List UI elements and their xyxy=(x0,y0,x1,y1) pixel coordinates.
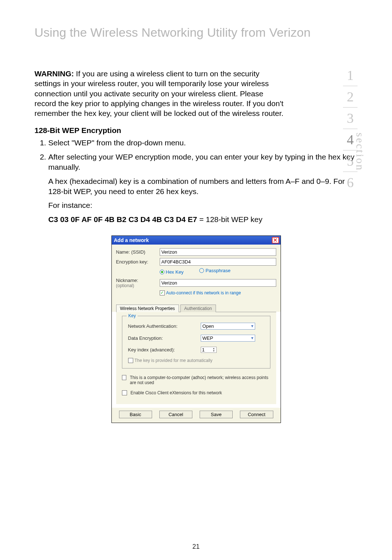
tab-properties[interactable]: Wireless Network Properties xyxy=(116,305,179,312)
spinner-up-icon[interactable]: ▲ xyxy=(213,347,215,350)
key-index-label: Key index (advanced): xyxy=(128,347,201,352)
spinner-down-icon[interactable]: ▼ xyxy=(213,350,215,352)
close-icon[interactable]: ✕ xyxy=(272,237,279,243)
nav-1: 1 xyxy=(334,65,367,85)
passphrase-radio[interactable]: Passphrase xyxy=(199,268,230,273)
save-button[interactable]: Save xyxy=(200,411,233,418)
data-encryption-select[interactable]: WEP▾ xyxy=(201,335,255,342)
nickname-label: Nickname: xyxy=(116,278,160,283)
cisco-extensions-checkbox[interactable]: Enable Cisco Client eXtensions for this … xyxy=(122,390,270,395)
nickname-optional: (optional) xyxy=(116,283,160,288)
step-2: After selecting your WEP encryption mode… xyxy=(48,152,358,225)
adhoc-checkbox[interactable]: This is a computer-to-computer (adhoc) n… xyxy=(122,375,270,385)
ssid-label: Name: (SSID) xyxy=(116,249,160,255)
nav-3: 3 xyxy=(334,108,367,128)
cancel-button[interactable]: Cancel xyxy=(159,411,192,418)
add-network-dialog: Add a network ✕ Name: (SSID) Verizon Enc… xyxy=(111,235,281,423)
ssid-input[interactable]: Verizon xyxy=(160,248,276,256)
dialog-title: Add a network xyxy=(114,237,149,243)
encryption-key-input[interactable]: AF0F4BC3D4 xyxy=(160,258,276,266)
nav-2: 2 xyxy=(334,87,367,106)
encryption-key-label: Encryption key: xyxy=(116,259,160,265)
section-nav: 1 2 3 4 5 6 section xyxy=(334,65,367,192)
warning-paragraph: WARNING: If you are using a wireless cli… xyxy=(34,69,285,118)
data-encryption-label: Data Encryption: xyxy=(128,335,201,341)
wep-key-example: C3 03 0F AF 0F 4B B2 C3 D4 4B C3 D4 E7 xyxy=(48,215,197,223)
dialog-title-bar: Add a network ✕ xyxy=(112,236,281,245)
connect-button[interactable]: Connect xyxy=(240,411,273,418)
auto-key-checkbox: The key is provided for me automatically xyxy=(128,358,264,363)
chevron-down-icon: ▾ xyxy=(251,335,253,341)
auto-connect-checkbox[interactable]: Auto-connect if this network is in range xyxy=(116,290,276,295)
section-label: section xyxy=(354,133,366,171)
page-number: 21 xyxy=(0,543,392,551)
key-legend: Key xyxy=(127,313,138,318)
section-heading: 128-Bit WEP Encryption xyxy=(34,126,358,135)
hex-key-radio[interactable]: Hex Key xyxy=(160,269,184,275)
key-index-spinner[interactable]: 1 ▲▼ xyxy=(201,347,217,353)
basic-button[interactable]: Basic xyxy=(119,411,152,418)
step-1: Select "WEP" from the drop-down menu. xyxy=(48,138,358,148)
tab-authentication[interactable]: Authentication xyxy=(180,305,216,312)
network-auth-label: Network Authentication: xyxy=(128,323,201,329)
warning-label: WARNING: xyxy=(34,69,74,78)
wep-key-suffix: = 128-bit WEP key xyxy=(197,215,262,223)
page-title: Using the Wireless Networking Utility fr… xyxy=(34,25,358,40)
nickname-input[interactable]: Verizon xyxy=(160,279,276,287)
nav-6: 6 xyxy=(334,173,367,192)
chevron-down-icon: ▾ xyxy=(251,323,253,329)
network-auth-select[interactable]: Open▾ xyxy=(201,323,255,330)
